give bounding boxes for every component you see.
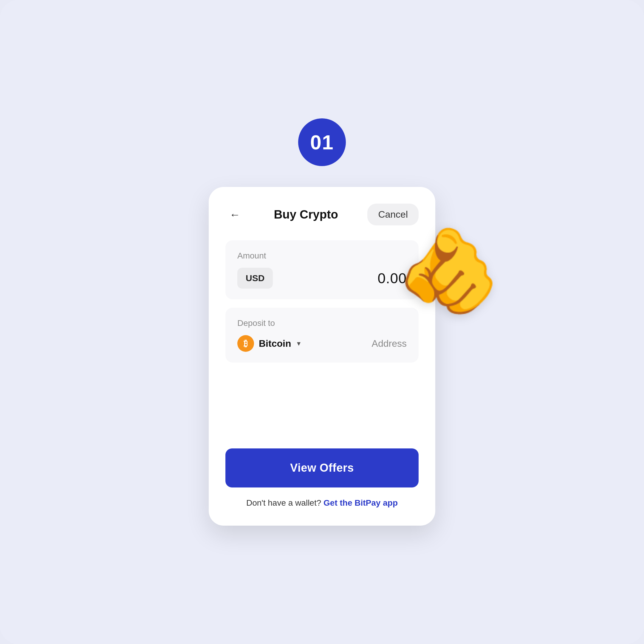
cancel-button[interactable]: Cancel — [367, 204, 419, 225]
amount-row: USD 0.00 — [237, 268, 407, 289]
back-button[interactable]: ← — [225, 205, 244, 224]
currency-badge[interactable]: USD — [237, 268, 273, 289]
content-spacer — [225, 371, 419, 448]
bitpay-app-link[interactable]: Get the BitPay app — [323, 498, 398, 507]
back-arrow-icon: ← — [230, 209, 240, 220]
amount-label: Amount — [237, 251, 407, 261]
deposit-section: Deposit to ₿ Bitcoin ▾ Address — [225, 308, 419, 363]
bitcoin-label: Bitcoin — [259, 338, 291, 349]
phone-container: ← Buy Crypto Cancel Amount USD 0.00 Depo… — [209, 187, 435, 526]
deposit-label: Deposit to — [237, 318, 407, 328]
step-badge: 01 — [298, 118, 346, 166]
address-label[interactable]: Address — [372, 338, 407, 349]
bitcoin-selector[interactable]: ₿ Bitcoin ▾ — [237, 335, 301, 352]
footer-text: Don't have a wallet? Get the BitPay app — [225, 498, 419, 508]
chevron-down-icon: ▾ — [297, 339, 301, 348]
deposit-row: ₿ Bitcoin ▾ Address — [237, 335, 407, 352]
hand-illustration: 🫵 — [397, 229, 501, 312]
page-background: 01 ← Buy Crypto Cancel Amount USD 0.00 — [0, 0, 644, 644]
bitcoin-icon: ₿ — [237, 335, 254, 352]
no-wallet-text: Don't have a wallet? — [246, 498, 321, 507]
step-number: 01 — [310, 131, 334, 154]
page-title: Buy Crypto — [274, 208, 338, 221]
amount-section: Amount USD 0.00 — [225, 240, 419, 299]
phone-header: ← Buy Crypto Cancel — [225, 204, 419, 225]
view-offers-button[interactable]: View Offers — [225, 448, 419, 487]
